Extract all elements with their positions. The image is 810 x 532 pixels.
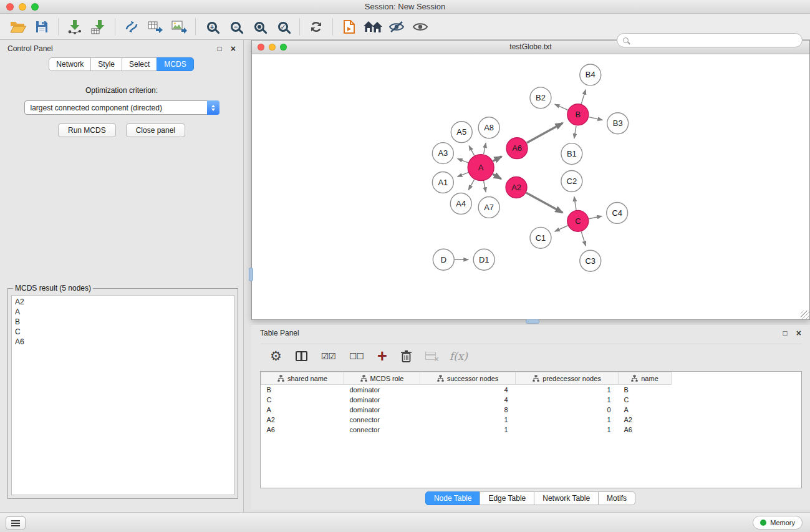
edge-A-A8[interactable] bbox=[484, 143, 486, 154]
function-builder-button[interactable]: f(x) bbox=[450, 347, 468, 365]
close-network-icon[interactable] bbox=[258, 44, 264, 51]
tab-mcds[interactable]: MCDS bbox=[157, 57, 193, 71]
graph-node-A6[interactable]: A6 bbox=[506, 138, 528, 159]
column-header-predecessor-nodes[interactable]: predecessor nodes bbox=[516, 372, 619, 385]
column-header-shared-name[interactable]: shared name bbox=[261, 372, 344, 385]
close-table-panel-icon[interactable]: × bbox=[796, 329, 801, 337]
open-doc-button[interactable] bbox=[337, 16, 361, 37]
split-column-button[interactable] bbox=[296, 347, 307, 365]
graph-node-D1[interactable]: D1 bbox=[473, 249, 494, 270]
graph-node-B1[interactable]: B1 bbox=[561, 143, 582, 165]
graph-node-B2[interactable]: B2 bbox=[530, 87, 551, 109]
mcds-result-item[interactable]: B bbox=[15, 317, 231, 327]
cell-successor-nodes[interactable]: 1 bbox=[420, 425, 516, 435]
search-input[interactable] bbox=[632, 34, 802, 47]
export-image-button[interactable] bbox=[167, 16, 191, 37]
table-row[interactable]: Cdominator41C bbox=[261, 395, 802, 405]
network-graph[interactable]: B4B2BB3A5A8A6B1A3AC2A1A2A4A7C4CC1C3DD1 bbox=[252, 54, 809, 319]
import-network-button[interactable] bbox=[63, 16, 87, 37]
import-table-button[interactable] bbox=[87, 16, 110, 37]
edge-B-B4[interactable] bbox=[581, 90, 586, 104]
graph-node-A5[interactable]: A5 bbox=[451, 122, 472, 143]
cell-shared-name[interactable]: C bbox=[261, 395, 344, 405]
edge-A2-C[interactable] bbox=[526, 193, 562, 213]
graph-node-C2[interactable]: C2 bbox=[561, 171, 582, 192]
graph-node-A1[interactable]: A1 bbox=[432, 172, 453, 193]
cell-mcds-role[interactable]: connector bbox=[344, 415, 420, 425]
panel-divider-handle-vertical[interactable] bbox=[249, 268, 253, 281]
mcds-result-list[interactable]: A2ABCA6 bbox=[11, 295, 234, 495]
float-table-panel-icon[interactable]: □ bbox=[783, 329, 788, 337]
run-mcds-button[interactable]: Run MCDS bbox=[58, 123, 116, 137]
edge-C-C1[interactable] bbox=[555, 226, 568, 231]
show-graphics-button[interactable] bbox=[408, 16, 432, 37]
cell-predecessor-nodes[interactable]: 1 bbox=[516, 385, 619, 395]
open-session-button[interactable] bbox=[6, 16, 30, 37]
cell-shared-name[interactable]: B bbox=[261, 385, 344, 395]
select-all-button[interactable]: ☑☑ bbox=[321, 347, 335, 365]
cell-successor-nodes[interactable]: 4 bbox=[420, 395, 516, 405]
panel-divider-handle-horizontal[interactable] bbox=[526, 319, 539, 324]
cell-predecessor-nodes[interactable]: 1 bbox=[516, 395, 619, 405]
show-panels-button[interactable] bbox=[6, 516, 26, 530]
cell-shared-name[interactable]: A6 bbox=[261, 425, 344, 435]
edge-B-B3[interactable] bbox=[589, 117, 602, 120]
zoom-in-button[interactable]: + bbox=[200, 16, 224, 37]
cell-name[interactable]: C bbox=[619, 395, 672, 405]
cell-successor-nodes[interactable]: 1 bbox=[420, 415, 516, 425]
mcds-result-item[interactable]: A2 bbox=[15, 297, 231, 307]
table-tab-edge-table[interactable]: Edge Table bbox=[480, 491, 534, 505]
zoom-network-icon[interactable] bbox=[280, 44, 287, 51]
cell-predecessor-nodes[interactable]: 1 bbox=[516, 415, 619, 425]
graph-node-B3[interactable]: B3 bbox=[607, 113, 629, 134]
edge-C-C3[interactable] bbox=[581, 232, 586, 246]
graph-node-A[interactable]: A bbox=[468, 155, 494, 181]
table-settings-button[interactable]: ⚙ bbox=[270, 347, 282, 365]
edge-B-B2[interactable] bbox=[555, 104, 568, 110]
home-button[interactable] bbox=[361, 16, 385, 37]
edge-A6-B[interactable] bbox=[527, 123, 563, 143]
edge-B-B1[interactable] bbox=[574, 126, 576, 138]
window-resize-grip[interactable] bbox=[801, 311, 809, 319]
cell-predecessor-nodes[interactable]: 1 bbox=[516, 425, 619, 435]
cell-shared-name[interactable]: A2 bbox=[261, 415, 344, 425]
minimize-window-icon[interactable] bbox=[19, 3, 26, 11]
cell-mcds-role[interactable]: dominator bbox=[344, 405, 420, 415]
graph-node-A4[interactable]: A4 bbox=[450, 193, 471, 214]
table-row[interactable]: A2connector11A2 bbox=[261, 415, 802, 425]
float-panel-icon[interactable]: □ bbox=[218, 45, 222, 52]
memory-button[interactable]: Memory bbox=[753, 516, 803, 530]
edge-A-A5[interactable] bbox=[469, 146, 475, 156]
zoom-out-button[interactable]: − bbox=[224, 16, 248, 37]
graph-node-C4[interactable]: C4 bbox=[607, 202, 628, 223]
graph-node-C3[interactable]: C3 bbox=[580, 250, 601, 271]
network-canvas[interactable]: B4B2BB3A5A8A6B1A3AC2A1A2A4A7C4CC1C3DD1 bbox=[252, 54, 809, 319]
graph-node-A7[interactable]: A7 bbox=[478, 196, 499, 218]
column-header-successor-nodes[interactable]: successor nodes bbox=[420, 372, 516, 385]
save-session-button[interactable] bbox=[30, 16, 54, 37]
close-panel-icon[interactable]: × bbox=[231, 45, 236, 52]
edge-C-C4[interactable] bbox=[589, 216, 602, 218]
zoom-fit-button[interactable] bbox=[248, 16, 271, 37]
table-tab-network-table[interactable]: Network Table bbox=[534, 491, 599, 505]
criterion-dropdown[interactable]: largest connected component (directed) bbox=[24, 100, 219, 115]
graph-node-B[interactable]: B bbox=[567, 104, 589, 125]
column-header-mcds-role[interactable]: MCDS role bbox=[344, 372, 420, 385]
edge-C-C2[interactable] bbox=[574, 196, 576, 210]
cell-name[interactable]: A6 bbox=[619, 425, 672, 435]
graph-node-C1[interactable]: C1 bbox=[530, 227, 551, 248]
graph-node-A3[interactable]: A3 bbox=[432, 143, 453, 164]
cell-predecessor-nodes[interactable]: 0 bbox=[516, 405, 619, 415]
edge-A-A6[interactable] bbox=[493, 157, 502, 161]
hide-graphics-button[interactable] bbox=[385, 16, 408, 37]
table-row[interactable]: Adominator80A bbox=[261, 405, 802, 415]
cell-successor-nodes[interactable]: 8 bbox=[420, 405, 516, 415]
export-network-button[interactable] bbox=[120, 16, 143, 37]
delete-column-button[interactable] bbox=[401, 347, 412, 365]
table-tab-node-table[interactable]: Node Table bbox=[425, 491, 481, 505]
mcds-result-item[interactable]: A bbox=[15, 307, 231, 317]
cell-mcds-role[interactable]: dominator bbox=[344, 395, 420, 405]
export-table-button[interactable] bbox=[143, 16, 167, 37]
delete-table-button[interactable] bbox=[425, 347, 436, 365]
cell-name[interactable]: A2 bbox=[619, 415, 672, 425]
